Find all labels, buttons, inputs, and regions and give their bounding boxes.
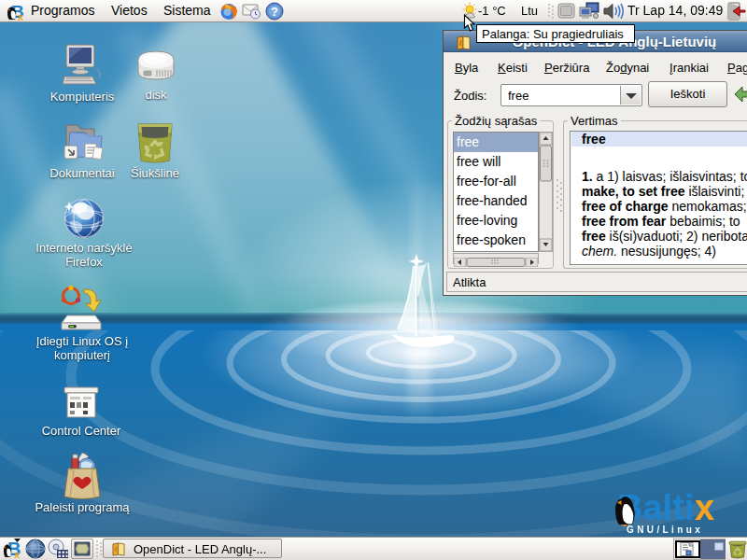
svg-text:?: ? xyxy=(271,5,278,19)
svg-text:x: x xyxy=(695,488,714,527)
svg-text:GNU/Linux: GNU/Linux xyxy=(627,525,703,535)
svg-text:x: x xyxy=(14,549,21,560)
svg-text:x: x xyxy=(18,11,24,21)
